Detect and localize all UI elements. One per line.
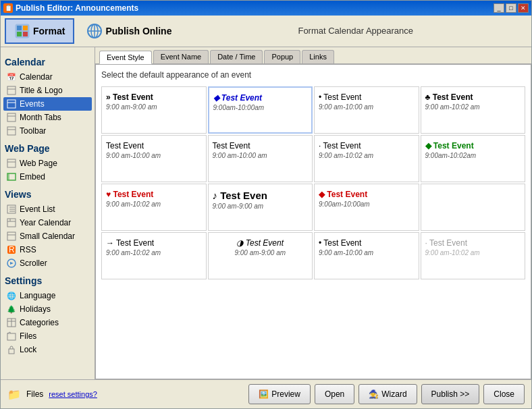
sidebar-item-holidays[interactable]: 🌲 Holidays — [3, 302, 92, 316]
sidebar-item-toolbar[interactable]: Toolbar — [3, 124, 92, 138]
title-bar: 📋 Publish Editor: Announcements _ □ ✕ — [1, 1, 531, 16]
small-calendar-icon — [6, 231, 17, 242]
files-bottom-label: Files — [26, 389, 43, 399]
sidebar-item-calendar[interactable]: 📅 Calendar — [3, 70, 92, 84]
close-dialog-button[interactable]: Close — [483, 384, 525, 404]
svg-rect-4 — [23, 32, 28, 36]
main-content: Calendar 📅 Calendar Title & Logo Events — [1, 47, 531, 379]
sidebar-item-event-list[interactable]: Event List — [3, 202, 92, 216]
settings-section-title: Settings — [5, 275, 92, 286]
sidebar-item-embed[interactable]: Embed — [3, 170, 92, 184]
event-time-4: 9:00 am-10:02 am — [425, 103, 521, 111]
calendar-icon: 📅 — [6, 72, 17, 82]
events-icon — [6, 99, 17, 109]
format-label: Format — [33, 26, 65, 36]
sidebar-item-files[interactable]: Files — [3, 329, 92, 343]
wizard-label: Wizard — [381, 389, 406, 399]
sidebar-item-categories[interactable]: Categories — [3, 316, 92, 329]
publish-online-label: Publish Online — [105, 26, 171, 36]
event-style-1[interactable]: » Test Event 9:00 am-9:00 am — [101, 86, 207, 134]
open-button[interactable]: Open — [315, 384, 354, 404]
reset-settings-link[interactable]: reset settings? — [49, 390, 97, 398]
preview-icon: 🖼️ — [259, 389, 269, 399]
event-style-14[interactable]: • Test Event 9:00 am-10:00 am — [314, 232, 419, 279]
event-title-9: ♥ Test Event — [106, 190, 202, 199]
event-style-5[interactable]: Test Event 9:00 am-10:00 am — [101, 135, 207, 182]
event-title-11: ◆ Test Event — [319, 190, 415, 199]
sidebar-item-lock[interactable]: Lock — [3, 343, 92, 356]
tab-popup[interactable]: Popup — [264, 50, 300, 63]
event-style-15[interactable]: · Test Event 9:00 am-10:02 am — [421, 232, 526, 279]
webpage-section-title: Web Page — [5, 143, 92, 154]
wizard-button[interactable]: 🧙 Wizard — [358, 384, 417, 404]
preview-button[interactable]: 🖼️ Preview — [248, 384, 311, 404]
event-style-4[interactable]: ♣ Test Event 9:00 am-10:02 am — [421, 86, 526, 134]
files-bottom-icon: 📁 — [7, 388, 21, 401]
svg-rect-25 — [7, 219, 16, 227]
sidebar-item-year-calendar[interactable]: Year Calendar — [3, 216, 92, 229]
sidebar-item-title-logo[interactable]: Title & Logo — [3, 84, 92, 97]
event-style-2[interactable]: ◆ Test Event 9:00am-10:00am — [208, 86, 313, 134]
sidebar-events-label: Events — [20, 99, 45, 109]
files-icon — [6, 331, 17, 342]
tab-links[interactable]: Links — [302, 50, 334, 63]
event-title-5: Test Event — [106, 141, 202, 151]
event-time-1: 9:00 am-9:00 am — [106, 103, 202, 111]
event-time-7: 9:00 am-10:02 am — [319, 152, 415, 159]
preview-label: Preview — [271, 389, 300, 399]
format-button[interactable]: Format — [5, 18, 74, 44]
bottom-bar: 📁 Files reset settings? 🖼️ Preview Open … — [1, 379, 531, 408]
close-button[interactable]: ✕ — [518, 3, 529, 13]
sidebar-item-scroller[interactable]: Scroller — [3, 256, 92, 270]
svg-rect-3 — [17, 32, 22, 36]
bottom-buttons: 🖼️ Preview Open 🧙 Wizard Publish >> Clos… — [248, 384, 525, 404]
tab-event-style[interactable]: Event Style — [99, 51, 152, 64]
event-style-12[interactable]: → Test Event 9:00 am-10:02 am — [101, 232, 207, 279]
event-time-15: 9:00 am-10:02 am — [425, 249, 521, 256]
event-time-6: 9:00 am-10:00 am — [213, 152, 309, 159]
sidebar-item-web-page[interactable]: Web Page — [3, 157, 92, 170]
toolbar-icon — [6, 126, 17, 136]
toolbar: Format Publish Online Format Calendar Ap… — [1, 16, 531, 47]
svg-text:R: R — [9, 245, 15, 254]
sidebar-year-calendar-label: Year Calendar — [20, 218, 71, 227]
sidebar-item-events[interactable]: Events — [3, 97, 92, 111]
sidebar: Calendar 📅 Calendar Title & Logo Events — [1, 47, 95, 379]
sidebar-calendar-label: Calendar — [20, 72, 53, 82]
sidebar-item-small-calendar[interactable]: Small Calendar — [3, 229, 92, 243]
event-style-9[interactable]: ♥ Test Event 9:00 am-10:02 am — [101, 184, 207, 231]
event-style-13[interactable]: ◑ Test Event 9:00 am-9:00 am — [208, 232, 313, 279]
event-style-7[interactable]: · Test Event 9:00 am-10:02 am — [314, 135, 419, 182]
event-style-8[interactable]: ◆ Test Event 9:00am-10:02am — [421, 135, 526, 182]
event-time-14: 9:00 am-10:00 am — [319, 249, 415, 256]
event-style-3[interactable]: • Test Event 9:00 am-10:00 am — [314, 86, 419, 134]
calendar-section-title: Calendar — [5, 57, 92, 67]
event-style-11[interactable]: ◆ Test Event 9:00am-10:00am — [314, 184, 419, 231]
publish-online-button[interactable]: Publish Online — [77, 18, 181, 44]
event-time-2: 9:00am-10:00am — [213, 104, 308, 111]
tab-event-name[interactable]: Event Name — [153, 50, 209, 63]
window-title: Publish Editor: Announcements — [16, 3, 138, 13]
publish-button[interactable]: Publish >> — [421, 384, 480, 404]
sidebar-categories-label: Categories — [20, 318, 59, 327]
minimize-button[interactable]: _ — [494, 3, 504, 13]
close-dialog-label: Close — [494, 389, 514, 399]
year-calendar-icon — [6, 217, 17, 228]
publish-label: Publish >> — [431, 389, 470, 399]
event-time-13: 9:00 am-9:00 am — [213, 249, 309, 256]
event-time-11: 9:00am-10:00am — [319, 200, 415, 208]
tab-date-time[interactable]: Date / Time — [210, 50, 263, 63]
event-style-10[interactable]: ♪ Test Even 9:00 am-9:00 am — [208, 184, 313, 231]
format-icon — [14, 23, 30, 39]
holidays-icon: 🌲 — [6, 304, 17, 315]
sidebar-item-language[interactable]: 🌐 Language — [3, 289, 92, 302]
panel-title: Format Calendar Appearance — [184, 18, 527, 44]
sidebar-item-rss[interactable]: R RSS — [3, 243, 92, 256]
maximize-button[interactable]: □ — [506, 3, 516, 13]
sidebar-item-month-tabs[interactable]: Month Tabs — [3, 111, 92, 124]
event-style-6[interactable]: Test Event 9:00 am-10:00 am — [208, 135, 313, 182]
svg-rect-28 — [7, 232, 16, 240]
wizard-icon: 🧙 — [369, 389, 379, 399]
event-title-7: · Test Event — [319, 141, 415, 151]
event-time-5: 9:00 am-10:00 am — [106, 152, 202, 159]
